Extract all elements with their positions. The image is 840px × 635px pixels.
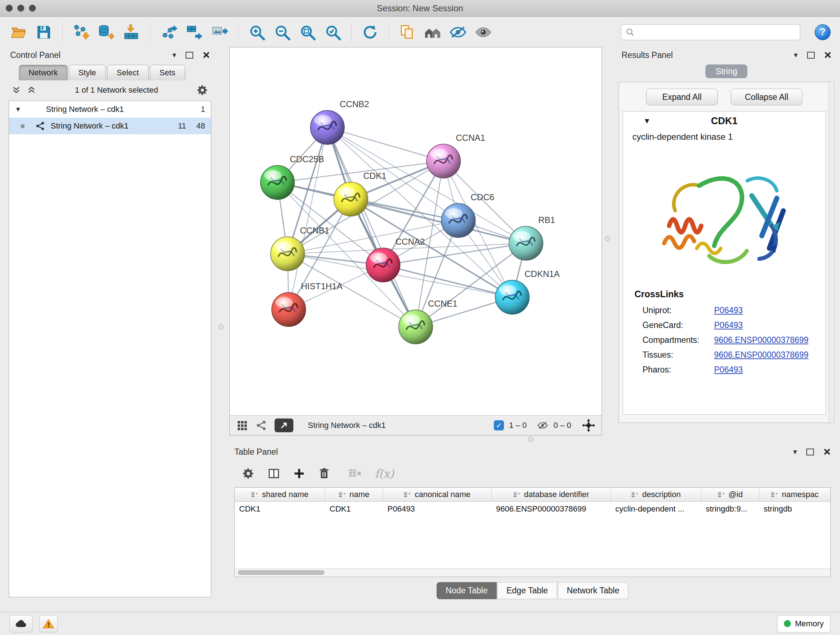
hide-selected-button[interactable] bbox=[449, 23, 467, 41]
window-zoom-icon[interactable] bbox=[29, 5, 36, 11]
tab-style[interactable]: Style bbox=[69, 65, 106, 80]
tab-sets[interactable]: Sets bbox=[150, 65, 185, 80]
zoom-in-button[interactable] bbox=[248, 23, 266, 41]
tab-edge-table[interactable]: Edge Table bbox=[497, 582, 557, 599]
maximize-panel-icon[interactable] bbox=[806, 448, 814, 455]
float-panel-icon[interactable]: ▾ bbox=[794, 51, 798, 59]
collapse-all-button[interactable]: Collapse All bbox=[731, 89, 802, 105]
graph-node-HIST1H1A[interactable]: HIST1H1A bbox=[272, 281, 343, 326]
open-view-button[interactable] bbox=[275, 418, 294, 432]
column-header[interactable]: database identifier bbox=[492, 488, 611, 501]
show-columns-icon[interactable] bbox=[268, 467, 280, 480]
crosslink-link[interactable]: P06493 bbox=[714, 365, 743, 375]
graph-node-CCNE1[interactable]: CCNE1 bbox=[399, 299, 457, 344]
maximize-panel-icon[interactable] bbox=[186, 52, 193, 59]
zoom-selected-button[interactable] bbox=[324, 23, 342, 41]
close-panel-icon[interactable]: × bbox=[824, 50, 831, 60]
tab-network-table[interactable]: Network Table bbox=[558, 582, 628, 599]
column-header[interactable]: shared name bbox=[235, 488, 325, 501]
duplicate-network-button[interactable] bbox=[398, 23, 416, 41]
crosslink-row: Tissues: 9606.ENSP00000378699 bbox=[623, 348, 826, 363]
network-collection-row[interactable]: ▼ String Network – cdk1 1 bbox=[9, 101, 211, 118]
graph-node-CCNA1[interactable]: CCNA1 bbox=[426, 133, 485, 178]
show-all-button[interactable] bbox=[474, 23, 493, 41]
tab-select[interactable]: Select bbox=[107, 65, 149, 80]
birdseye-grid-icon[interactable] bbox=[236, 420, 248, 431]
crosslink-link[interactable]: P06493 bbox=[714, 320, 743, 330]
graph-node-CDC6[interactable]: CDC6 bbox=[441, 192, 494, 238]
network-graph[interactable]: CCNB2CCNA1CDC25BCDK1CDC6RB1CCNB1CCNA2CDK… bbox=[230, 48, 602, 415]
close-panel-icon[interactable]: × bbox=[202, 50, 210, 60]
export-table-button[interactable] bbox=[185, 23, 203, 41]
control-panel-title: Control Panel bbox=[10, 50, 60, 60]
zoom-out-button[interactable] bbox=[273, 23, 291, 41]
network-canvas[interactable]: CCNB2CCNA1CDC25BCDK1CDC6RB1CCNB1CCNA2CDK… bbox=[230, 48, 602, 415]
import-table-button[interactable] bbox=[123, 23, 141, 41]
vertical-splitter-handle[interactable] bbox=[218, 325, 224, 329]
graph-node-RB1[interactable]: RB1 bbox=[509, 215, 555, 260]
table-settings-gear-icon[interactable] bbox=[242, 467, 255, 480]
window-close-icon[interactable] bbox=[6, 5, 13, 11]
crosslink-link[interactable]: P06493 bbox=[714, 306, 743, 315]
crosslink-link[interactable]: 9606.ENSP00000378699 bbox=[714, 335, 808, 345]
scrollbar-thumb[interactable] bbox=[238, 570, 325, 575]
help-button[interactable]: ? bbox=[815, 24, 831, 40]
expand-all-button[interactable]: Expand All bbox=[646, 89, 718, 105]
horizontal-splitter-handle[interactable] bbox=[528, 437, 533, 442]
selected-checkbox-icon[interactable]: ✓ bbox=[494, 420, 504, 431]
graph-node-CCNB1[interactable]: CCNB1 bbox=[271, 226, 329, 271]
network-row-selected[interactable]: String Network – cdk1 11 48 bbox=[9, 118, 211, 134]
network-options-gear-icon[interactable] bbox=[197, 84, 208, 96]
gene-card-header[interactable]: ▼ CDK1 bbox=[623, 111, 826, 130]
move-crosshair-icon[interactable] bbox=[582, 419, 595, 432]
expand-all-icon[interactable] bbox=[27, 86, 36, 95]
table-row[interactable]: CDK1 CDK1 P06493 9606.ENSP00000378699 cy… bbox=[235, 502, 830, 516]
search-input[interactable] bbox=[621, 24, 800, 40]
hidden-eye-slash-icon[interactable] bbox=[537, 421, 548, 430]
open-session-button[interactable] bbox=[9, 23, 27, 41]
selection-status-text: 1 of 1 Network selected bbox=[42, 86, 191, 95]
delete-column-trash-icon[interactable] bbox=[318, 467, 330, 480]
window-minimize-icon[interactable] bbox=[17, 5, 24, 11]
main-toolbar: ? bbox=[0, 17, 840, 47]
close-panel-icon[interactable]: × bbox=[823, 447, 831, 456]
column-header[interactable]: namespac bbox=[759, 488, 830, 501]
graph-node-CDKN1A[interactable]: CDKN1A bbox=[495, 269, 560, 314]
column-header[interactable]: name bbox=[325, 488, 383, 501]
home-button[interactable] bbox=[424, 23, 442, 41]
column-header[interactable]: @id bbox=[701, 488, 759, 501]
import-network-button[interactable] bbox=[72, 23, 90, 41]
tree-expander-icon[interactable]: ▼ bbox=[15, 106, 27, 113]
graph-node-CDK1[interactable]: CDK1 bbox=[334, 171, 386, 216]
tab-network[interactable]: Network bbox=[19, 65, 68, 80]
export-network-button[interactable] bbox=[160, 23, 178, 41]
graph-node-CDC25B[interactable]: CDC25B bbox=[261, 154, 324, 200]
cell-name: CDK1 bbox=[325, 504, 383, 514]
vertical-splitter-handle[interactable] bbox=[605, 236, 610, 241]
collapse-section-icon[interactable]: ▼ bbox=[643, 117, 651, 125]
export-image-button[interactable] bbox=[210, 23, 229, 41]
save-session-button[interactable] bbox=[35, 23, 53, 41]
column-header[interactable]: canonical name bbox=[383, 488, 492, 501]
crosslink-link[interactable]: 9606.ENSP00000378699 bbox=[714, 350, 808, 360]
maximize-panel-icon[interactable] bbox=[807, 52, 815, 59]
control-panel-header: Control Panel ▾ × bbox=[5, 47, 215, 63]
tab-string[interactable]: String bbox=[706, 65, 747, 78]
memory-button[interactable]: Memory bbox=[777, 615, 831, 632]
import-database-button[interactable] bbox=[97, 23, 115, 41]
cell-database-identifier: 9606.ENSP00000378699 bbox=[492, 504, 611, 514]
warnings-button[interactable] bbox=[39, 615, 58, 632]
apply-layout-button[interactable] bbox=[361, 23, 379, 41]
column-header[interactable]: description bbox=[611, 488, 701, 501]
tab-node-table[interactable]: Node Table bbox=[437, 582, 497, 599]
graph-edge[interactable] bbox=[327, 127, 416, 327]
float-panel-icon[interactable]: ▾ bbox=[172, 51, 177, 59]
graph-node-CCNB2[interactable]: CCNB2 bbox=[310, 99, 369, 144]
cloud-button[interactable] bbox=[9, 615, 33, 632]
results-scrollbar[interactable] bbox=[828, 83, 833, 422]
zoom-fit-button[interactable] bbox=[298, 23, 317, 41]
collapse-all-icon[interactable] bbox=[11, 86, 21, 95]
graph-edge[interactable] bbox=[327, 127, 444, 161]
add-column-plus-icon[interactable] bbox=[293, 467, 305, 480]
float-panel-icon[interactable]: ▾ bbox=[793, 448, 797, 456]
